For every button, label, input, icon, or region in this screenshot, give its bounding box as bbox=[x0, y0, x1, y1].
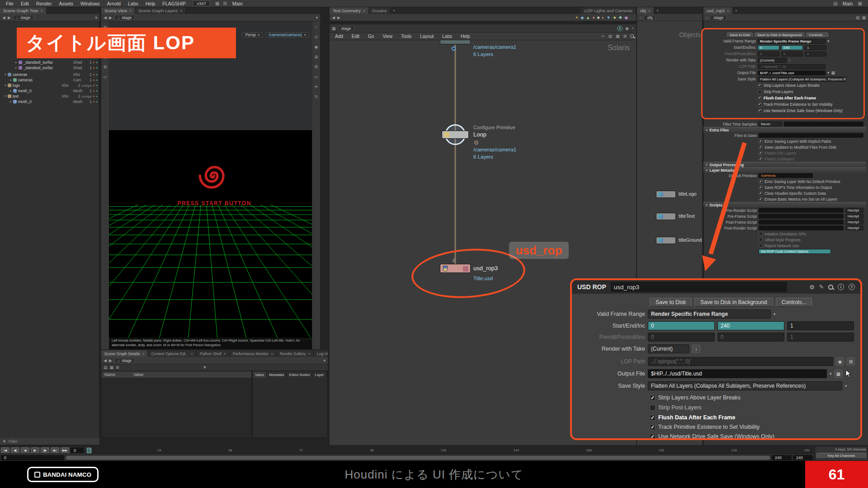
grid-tool-icon[interactable]: ⊞ bbox=[104, 65, 107, 69]
zoom-icon[interactable] bbox=[630, 34, 634, 38]
back-icon[interactable]: ◀ bbox=[104, 358, 107, 363]
next-key-button[interactable]: |▶ bbox=[41, 447, 49, 454]
start-field[interactable]: 0 bbox=[648, 321, 715, 330]
goto-start-button[interactable]: |◀ bbox=[1, 447, 9, 454]
file-chooser-icon[interactable]: ▦ bbox=[831, 70, 835, 75]
lighting-icon[interactable]: ◉ bbox=[315, 45, 318, 49]
net-menu-view[interactable]: View bbox=[379, 34, 396, 39]
section-output-processing[interactable]: ▾ Output Processing bbox=[703, 162, 866, 167]
visibility-toggle[interactable]: ● bbox=[93, 84, 95, 87]
node-configure-primitive[interactable] bbox=[442, 131, 469, 139]
version-chip[interactable]: v347 bbox=[193, 0, 210, 6]
menu-file[interactable]: File bbox=[3, 1, 17, 6]
persp-menu[interactable]: Persp ▾ bbox=[242, 32, 263, 38]
menu-arnold[interactable]: Arnold bbox=[104, 1, 124, 6]
box-icon[interactable]: ⊞ bbox=[623, 34, 627, 38]
expand-icon[interactable]: ▾ bbox=[5, 84, 6, 87]
section-extra-files[interactable]: ▾ Extra Files bbox=[703, 127, 866, 132]
valid-frame-range-select[interactable]: Render Specific Frame Range bbox=[758, 39, 826, 44]
node-name-label[interactable]: titleLogo bbox=[679, 191, 697, 197]
filter-time-samples-field[interactable] bbox=[784, 122, 863, 127]
net-menu-labs[interactable]: Labs bbox=[439, 34, 455, 39]
close-icon[interactable]: × bbox=[308, 352, 310, 356]
expand-icon[interactable]: ▸ bbox=[10, 100, 12, 103]
viewport-path[interactable]: ⌂ stage bbox=[114, 15, 135, 20]
scene-viewport[interactable]: ✛ ↻ ⊙ ◉ ⊞ ▭ ○ ⊙ ◉ ⊞ ⚙ ▭ ✛ ↻ Persp ▾ /cam… bbox=[101, 21, 320, 349]
filter-time-samples-select[interactable]: Never bbox=[759, 122, 782, 127]
options-icon[interactable]: ▾ bbox=[323, 358, 326, 363]
visibility-toggle[interactable]: ● bbox=[93, 100, 95, 103]
light-icon[interactable]: ■ bbox=[597, 15, 599, 20]
output-file-field[interactable]: $HIP../../usd/Title.usd bbox=[758, 70, 826, 75]
tree-row[interactable]: ▸ _standard_surfac Shad 1 ●● bbox=[0, 60, 99, 65]
grid-view-icon[interactable]: ▦ bbox=[110, 365, 114, 370]
close-icon[interactable]: × bbox=[224, 352, 226, 356]
light-icon[interactable]: ● bbox=[592, 15, 594, 20]
activation-toggle[interactable]: ● bbox=[96, 66, 98, 69]
menu-labs[interactable]: Labs bbox=[125, 1, 142, 6]
frame-ruler[interactable]: 0 24 48 72 96 120 144 168 192 216 240 bbox=[85, 447, 813, 454]
new-tab-icon[interactable]: + bbox=[654, 8, 661, 13]
close-icon[interactable]: × bbox=[363, 9, 365, 13]
render-take-select[interactable]: (Current) bbox=[758, 58, 787, 63]
tab-python-shell[interactable]: Python Shell× bbox=[197, 350, 230, 357]
tree-row[interactable]: ▸ mesh_0 Mesh 1 ●● bbox=[0, 99, 99, 104]
tab-render-gallery[interactable]: Render Gallery× bbox=[277, 350, 314, 357]
checkbox[interactable]: ✓ bbox=[758, 109, 762, 113]
postroll-field[interactable]: 0 bbox=[781, 52, 803, 56]
column-value[interactable]: Value bbox=[133, 372, 143, 377]
checkbox[interactable] bbox=[759, 238, 763, 242]
tree-row[interactable]: ▾ text Xfor 2 compo ●● bbox=[0, 94, 99, 99]
node-title-logo[interactable] bbox=[656, 191, 676, 198]
net-menu-add[interactable]: Add bbox=[332, 34, 346, 39]
close-icon[interactable]: × bbox=[129, 9, 132, 13]
visibility-toggle[interactable]: ● bbox=[93, 95, 95, 98]
checkbox[interactable]: ✓ bbox=[650, 415, 656, 421]
preroll-inc-field[interactable]: 1 bbox=[787, 333, 854, 342]
tree-row[interactable]: ▾ cameras Xfor 2 ●● bbox=[0, 72, 99, 77]
funnel-icon[interactable]: ▼ bbox=[203, 365, 207, 370]
prev-key-button[interactable]: ◀| bbox=[11, 447, 19, 454]
activation-toggle[interactable]: ● bbox=[96, 79, 98, 81]
light-icon[interactable]: ◆ bbox=[580, 15, 584, 20]
script-language-select[interactable]: Hscript bbox=[845, 214, 863, 219]
checkbox[interactable]: ✓ bbox=[650, 395, 656, 401]
filter-label[interactable]: Filter bbox=[9, 439, 18, 444]
back-icon[interactable]: ◀ bbox=[104, 15, 107, 20]
params-path[interactable]: stage bbox=[710, 15, 726, 20]
tree-row[interactable]: ▸ camera1 Cam 1 ●● bbox=[0, 77, 99, 83]
range-start-field[interactable]: 0 bbox=[1, 455, 64, 460]
save-to-disk-button[interactable]: Save to Disk bbox=[650, 298, 692, 307]
close-icon[interactable]: × bbox=[142, 352, 144, 356]
checkbox[interactable]: ✓ bbox=[759, 191, 763, 195]
visibility-toggle[interactable]: ● bbox=[93, 73, 95, 76]
brush-icon[interactable]: ✎ bbox=[819, 284, 824, 290]
funnel-icon[interactable]: ▼ bbox=[2, 439, 6, 444]
tab-scene-view[interactable]: Scene View × bbox=[101, 7, 135, 14]
forward-icon[interactable]: ▶ bbox=[8, 15, 11, 20]
node-name-label[interactable]: titleText bbox=[679, 213, 695, 219]
activation-toggle[interactable]: ● bbox=[96, 95, 98, 98]
light-icon[interactable]: ▼ bbox=[607, 15, 611, 20]
controls-button[interactable]: Controls... bbox=[776, 298, 812, 307]
activation-toggle[interactable]: ● bbox=[96, 73, 98, 76]
close-icon[interactable]: × bbox=[727, 9, 729, 13]
checkbox[interactable] bbox=[759, 244, 763, 248]
play-button[interactable]: ▶ bbox=[31, 447, 39, 454]
menu-help[interactable]: Help bbox=[142, 1, 159, 6]
details-table[interactable]: Name Value bbox=[101, 371, 252, 438]
play-reverse-button[interactable]: ◀ bbox=[21, 447, 29, 454]
home-icon[interactable]: ⌂ bbox=[706, 15, 708, 20]
node-name-label[interactable]: Loop bbox=[473, 131, 486, 138]
expand-icon[interactable]: ▸ bbox=[15, 66, 17, 70]
preroll-field[interactable]: 0 bbox=[648, 333, 715, 342]
list-view-icon[interactable]: ▤ bbox=[104, 365, 108, 370]
cut-icon[interactable]: ✂ bbox=[601, 34, 605, 38]
details-path[interactable]: ⌂ stage bbox=[114, 358, 135, 363]
node-title-ground[interactable] bbox=[656, 237, 676, 244]
main-desktop-label[interactable]: Main bbox=[843, 1, 853, 6]
options-icon[interactable]: ▾ bbox=[316, 15, 318, 20]
net-menu-help[interactable]: Help bbox=[458, 34, 473, 39]
checkbox[interactable]: ✓ bbox=[759, 151, 763, 155]
camera-menu[interactable]: /cameras/camera1 ▾ bbox=[265, 32, 309, 38]
